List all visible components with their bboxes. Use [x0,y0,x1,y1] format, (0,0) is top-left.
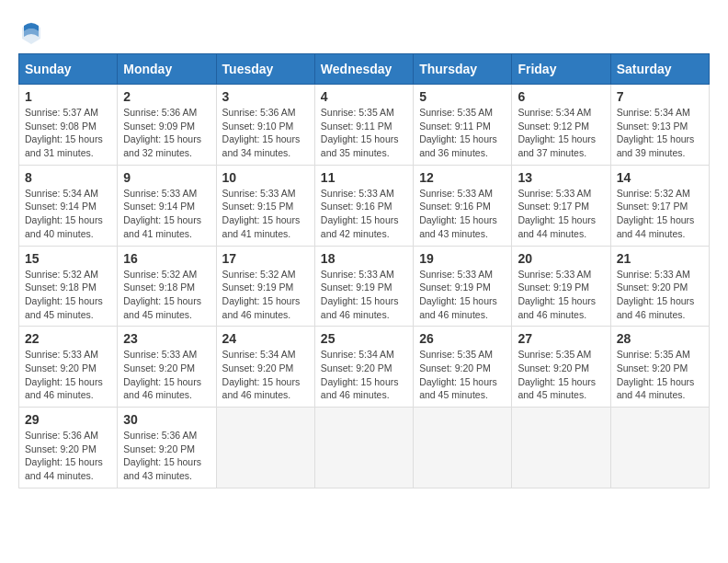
day-number: 7 [617,89,703,104]
week-row-2: 8Sunrise: 5:34 AMSunset: 9:14 PMDaylight… [19,165,710,246]
day-number: 2 [123,89,210,104]
day-cell: 20Sunrise: 5:33 AMSunset: 9:19 PMDayligh… [512,246,610,327]
day-number: 12 [419,170,506,185]
day-cell: 18Sunrise: 5:33 AMSunset: 9:19 PMDayligh… [314,246,413,327]
day-info: Sunrise: 5:33 AMSunset: 9:19 PMDaylight:… [321,268,407,322]
day-number: 18 [321,251,407,266]
day-cell: 30Sunrise: 5:36 AMSunset: 9:20 PMDayligh… [118,408,216,488]
day-cell: 2Sunrise: 5:36 AMSunset: 9:09 PMDaylight… [118,85,216,166]
day-cell [314,408,413,488]
day-cell: 6Sunrise: 5:34 AMSunset: 9:12 PMDaylight… [512,85,610,166]
day-number: 13 [518,170,604,185]
day-info: Sunrise: 5:34 AMSunset: 9:13 PMDaylight:… [617,106,703,160]
day-cell: 7Sunrise: 5:34 AMSunset: 9:13 PMDaylight… [610,85,709,166]
day-cell: 5Sunrise: 5:35 AMSunset: 9:11 PMDaylight… [414,85,512,166]
day-number: 27 [518,331,604,346]
day-info: Sunrise: 5:36 AMSunset: 9:20 PMDaylight:… [25,429,111,483]
day-number: 17 [222,251,309,266]
day-number: 15 [25,251,111,266]
day-number: 16 [123,251,210,266]
day-number: 10 [222,170,309,185]
calendar-body: 1Sunrise: 5:37 AMSunset: 9:08 PMDaylight… [19,85,710,488]
day-info: Sunrise: 5:36 AMSunset: 9:10 PMDaylight:… [222,106,309,160]
day-cell: 29Sunrise: 5:36 AMSunset: 9:20 PMDayligh… [19,408,118,488]
day-number: 9 [123,170,210,185]
header-cell-sunday: Sunday [19,54,118,85]
day-cell [216,408,314,488]
day-cell: 22Sunrise: 5:33 AMSunset: 9:20 PMDayligh… [19,327,118,408]
day-number: 29 [25,412,111,427]
day-info: Sunrise: 5:36 AMSunset: 9:09 PMDaylight:… [123,106,210,160]
day-info: Sunrise: 5:33 AMSunset: 9:19 PMDaylight:… [419,268,506,322]
day-cell: 27Sunrise: 5:35 AMSunset: 9:20 PMDayligh… [512,327,610,408]
day-info: Sunrise: 5:33 AMSunset: 9:20 PMDaylight:… [123,348,210,402]
day-info: Sunrise: 5:34 AMSunset: 9:20 PMDaylight:… [321,348,407,402]
day-number: 21 [617,251,703,266]
day-number: 14 [617,170,703,185]
logo [18,18,48,44]
day-number: 23 [123,331,210,346]
calendar-table: SundayMondayTuesdayWednesdayThursdayFrid… [18,53,710,488]
day-cell [414,408,512,488]
day-cell: 1Sunrise: 5:37 AMSunset: 9:08 PMDaylight… [19,85,118,166]
day-cell: 10Sunrise: 5:33 AMSunset: 9:15 PMDayligh… [216,165,314,246]
header-cell-monday: Monday [118,54,216,85]
day-cell: 26Sunrise: 5:35 AMSunset: 9:20 PMDayligh… [414,327,512,408]
day-info: Sunrise: 5:33 AMSunset: 9:17 PMDaylight:… [518,187,604,241]
week-row-1: 1Sunrise: 5:37 AMSunset: 9:08 PMDaylight… [19,85,710,166]
day-info: Sunrise: 5:33 AMSunset: 9:14 PMDaylight:… [123,187,210,241]
day-info: Sunrise: 5:34 AMSunset: 9:20 PMDaylight:… [222,348,309,402]
day-number: 30 [123,412,210,427]
day-cell: 11Sunrise: 5:33 AMSunset: 9:16 PMDayligh… [314,165,413,246]
logo-icon [18,18,44,44]
day-info: Sunrise: 5:32 AMSunset: 9:18 PMDaylight:… [25,268,111,322]
day-cell [512,408,610,488]
day-cell: 4Sunrise: 5:35 AMSunset: 9:11 PMDaylight… [314,85,413,166]
day-number: 6 [518,89,604,104]
day-cell: 14Sunrise: 5:32 AMSunset: 9:17 PMDayligh… [610,165,709,246]
day-number: 3 [222,89,309,104]
day-info: Sunrise: 5:35 AMSunset: 9:11 PMDaylight:… [321,106,407,160]
day-cell: 24Sunrise: 5:34 AMSunset: 9:20 PMDayligh… [216,327,314,408]
header [18,18,710,44]
day-cell: 25Sunrise: 5:34 AMSunset: 9:20 PMDayligh… [314,327,413,408]
day-info: Sunrise: 5:34 AMSunset: 9:14 PMDaylight:… [25,187,111,241]
day-info: Sunrise: 5:34 AMSunset: 9:12 PMDaylight:… [518,106,604,160]
day-info: Sunrise: 5:37 AMSunset: 9:08 PMDaylight:… [25,106,111,160]
header-cell-saturday: Saturday [610,54,709,85]
header-cell-wednesday: Wednesday [314,54,413,85]
day-number: 8 [25,170,111,185]
week-row-4: 22Sunrise: 5:33 AMSunset: 9:20 PMDayligh… [19,327,710,408]
day-info: Sunrise: 5:32 AMSunset: 9:18 PMDaylight:… [123,268,210,322]
day-cell [610,408,709,488]
day-cell: 21Sunrise: 5:33 AMSunset: 9:20 PMDayligh… [610,246,709,327]
day-info: Sunrise: 5:33 AMSunset: 9:20 PMDaylight:… [25,348,111,402]
day-cell: 17Sunrise: 5:32 AMSunset: 9:19 PMDayligh… [216,246,314,327]
day-cell: 12Sunrise: 5:33 AMSunset: 9:16 PMDayligh… [414,165,512,246]
day-info: Sunrise: 5:32 AMSunset: 9:19 PMDaylight:… [222,268,309,322]
day-number: 22 [25,331,111,346]
day-info: Sunrise: 5:33 AMSunset: 9:19 PMDaylight:… [518,268,604,322]
day-number: 28 [617,331,703,346]
day-info: Sunrise: 5:36 AMSunset: 9:20 PMDaylight:… [123,429,210,483]
day-cell: 8Sunrise: 5:34 AMSunset: 9:14 PMDaylight… [19,165,118,246]
header-cell-tuesday: Tuesday [216,54,314,85]
day-info: Sunrise: 5:33 AMSunset: 9:15 PMDaylight:… [222,187,309,241]
day-cell: 9Sunrise: 5:33 AMSunset: 9:14 PMDaylight… [118,165,216,246]
day-info: Sunrise: 5:35 AMSunset: 9:20 PMDaylight:… [518,348,604,402]
day-cell: 15Sunrise: 5:32 AMSunset: 9:18 PMDayligh… [19,246,118,327]
day-cell: 13Sunrise: 5:33 AMSunset: 9:17 PMDayligh… [512,165,610,246]
day-cell: 3Sunrise: 5:36 AMSunset: 9:10 PMDaylight… [216,85,314,166]
day-info: Sunrise: 5:32 AMSunset: 9:17 PMDaylight:… [617,187,703,241]
day-info: Sunrise: 5:35 AMSunset: 9:11 PMDaylight:… [419,106,506,160]
header-row: SundayMondayTuesdayWednesdayThursdayFrid… [19,54,710,85]
header-cell-friday: Friday [512,54,610,85]
day-cell: 19Sunrise: 5:33 AMSunset: 9:19 PMDayligh… [414,246,512,327]
day-info: Sunrise: 5:33 AMSunset: 9:16 PMDaylight:… [321,187,407,241]
day-cell: 16Sunrise: 5:32 AMSunset: 9:18 PMDayligh… [118,246,216,327]
day-number: 26 [419,331,506,346]
day-info: Sunrise: 5:35 AMSunset: 9:20 PMDaylight:… [419,348,506,402]
day-number: 4 [321,89,407,104]
day-info: Sunrise: 5:33 AMSunset: 9:16 PMDaylight:… [419,187,506,241]
day-number: 11 [321,170,407,185]
